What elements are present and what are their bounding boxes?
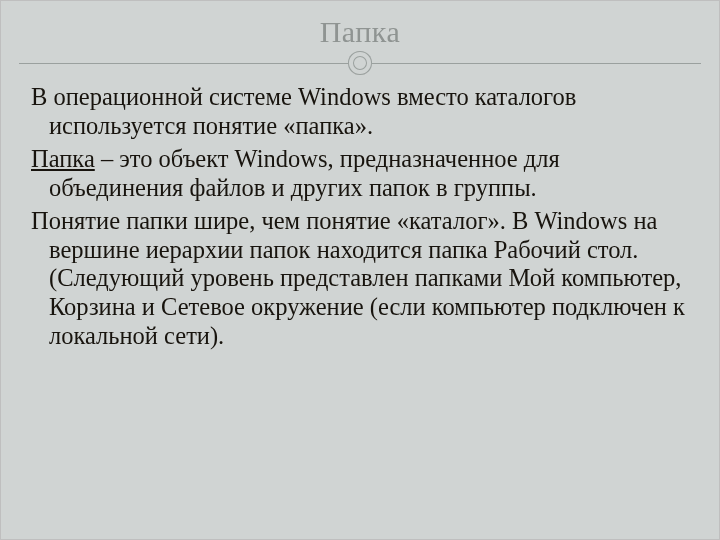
title-area: Папка [1, 1, 719, 77]
slide-body: В операционной системе Windows вместо ка… [1, 77, 719, 351]
paragraph-2: Папка – это объект Windows, предназначен… [31, 145, 697, 203]
term-underlined: Папка [31, 145, 95, 172]
paragraph-1: В операционной системе Windows вместо ка… [31, 83, 697, 141]
title-divider [1, 51, 719, 77]
slide-title: Папка [320, 15, 401, 55]
paragraph-3: Понятие папки шире, чем понятие «каталог… [31, 207, 697, 352]
paragraph-2-rest: – это объект Windows, предназначенное дл… [49, 145, 560, 201]
slide: Папка В операционной системе Windows вме… [0, 0, 720, 540]
circle-ornament-icon [348, 51, 372, 75]
